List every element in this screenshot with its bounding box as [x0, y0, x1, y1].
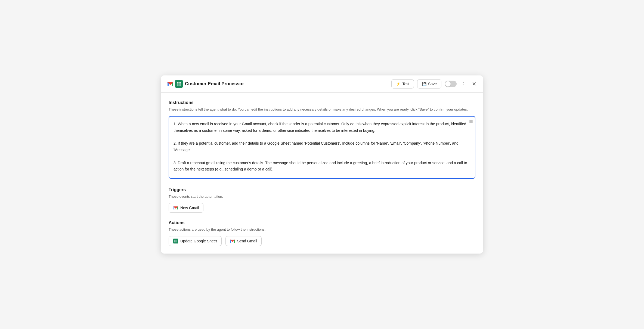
save-label: Save — [428, 82, 437, 86]
app-title: Customer Email Processor — [185, 81, 244, 87]
gmail-action-icon — [230, 239, 235, 243]
instructions-section: Instructions These instructions tell the… — [169, 100, 475, 180]
update-google-sheet-label: Update Google Sheet — [180, 239, 217, 243]
app-window: Customer Email Processor ⚡ Test 💾 Save ⋮… — [161, 75, 483, 254]
update-google-sheet-action[interactable]: Update Google Sheet — [169, 236, 222, 246]
send-gmail-label: Send Gmail — [237, 239, 257, 243]
instructions-desc: These instructions tell the agent what t… — [169, 107, 475, 112]
sheets-action-icon — [173, 239, 178, 243]
more-button[interactable]: ⋮ — [460, 80, 467, 88]
triggers-section: Triggers These events start the automati… — [169, 187, 475, 213]
gmail-trigger-icon — [173, 205, 178, 210]
main-content: Instructions These instructions tell the… — [161, 93, 483, 254]
actions-title: Actions — [169, 220, 475, 225]
sheets-icon — [175, 80, 183, 88]
gmail-icon — [166, 80, 174, 88]
new-gmail-label: New Gmail — [180, 206, 199, 210]
instructions-wrapper — [169, 116, 475, 180]
triggers-desc: These events start the automation. — [169, 194, 475, 199]
svg-rect-13 — [174, 240, 177, 242]
triggers-title: Triggers — [169, 187, 475, 192]
floppy-icon: 💾 — [422, 82, 426, 86]
header: Customer Email Processor ⚡ Test 💾 Save ⋮… — [161, 75, 483, 93]
svg-rect-4 — [177, 82, 181, 86]
lightning-icon: ⚡ — [396, 82, 401, 86]
test-button[interactable]: ⚡ Test — [391, 79, 414, 89]
header-right: ⚡ Test 💾 Save ⋮ ✕ — [391, 79, 478, 89]
scrollbar-indicator — [469, 118, 473, 125]
close-button[interactable]: ✕ — [471, 80, 478, 88]
test-label: Test — [402, 82, 409, 86]
actions-section: Actions These actions are used by the ag… — [169, 220, 475, 246]
send-gmail-action[interactable]: Send Gmail — [225, 236, 262, 246]
new-gmail-trigger[interactable]: New Gmail — [169, 203, 203, 213]
app-icons — [166, 80, 183, 88]
header-left: Customer Email Processor — [166, 80, 391, 88]
actions-desc: These actions are used by the agent to f… — [169, 227, 475, 232]
toggle-switch[interactable] — [445, 81, 457, 87]
instructions-title: Instructions — [169, 100, 475, 105]
save-button[interactable]: 💾 Save — [417, 79, 441, 89]
instructions-textarea[interactable] — [169, 116, 475, 179]
